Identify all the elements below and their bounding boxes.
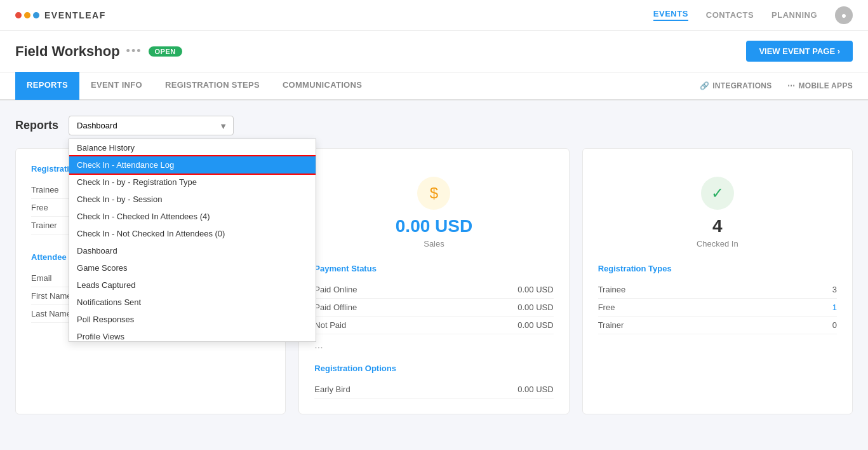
dropdown-menu: Balance History Check In - Attendance Lo…	[69, 139, 316, 342]
reports-title: Reports	[15, 119, 58, 132]
dot-red	[15, 12, 22, 18]
checkedin-label: Checked In	[598, 239, 837, 249]
dot-yellow	[24, 12, 30, 18]
reg-type-count-trainer: 0	[832, 320, 837, 330]
sales-amount: 0.00 USD	[314, 216, 553, 236]
reg-types-title[interactable]: Registration Types	[598, 264, 837, 273]
dropdown-item-checkin-not-checked[interactable]: Check In - Not Checked In Attendees (0)	[69, 225, 316, 242]
dropdown-item-checkin-log[interactable]: Check In - Attendance Log	[69, 156, 316, 174]
open-badge: OPEN	[149, 46, 182, 57]
reg-type-count-free: 1	[832, 303, 837, 312]
grid-icon: ⋅⋅⋅	[787, 81, 796, 90]
logo-area: EVENTLEAF	[15, 10, 106, 20]
link-icon: 🔗	[700, 81, 709, 90]
reg-option-value-early-bird: 0.00 USD	[517, 385, 553, 394]
view-event-button[interactable]: VIEW EVENT PAGE ›	[746, 41, 853, 62]
right-card: ✓ 4 Checked In Registration Types Traine…	[582, 148, 853, 414]
payment-status-title[interactable]: Payment Status	[314, 264, 553, 273]
dropdown-item-checkin-session[interactable]: Check In - by - Session	[69, 191, 316, 208]
reg-type-label-trainer: Trainer	[598, 320, 624, 330]
nav-events[interactable]: EVENTS	[653, 9, 688, 21]
middle-card: $ 0.00 USD Sales Payment Status Paid Onl…	[298, 148, 569, 414]
logo-text: EVENTLEAF	[44, 10, 106, 20]
reg-type-label-free: Free	[598, 303, 615, 312]
dropdown-item-leads[interactable]: Leads Captured	[69, 276, 316, 294]
tab-reports[interactable]: REPORTS	[15, 72, 79, 100]
dropdown-item-checkin-checked[interactable]: Check In - Checked In Attendees (4)	[69, 208, 316, 225]
payment-value-offline: 0.00 USD	[517, 303, 553, 312]
payment-label-online: Paid Online	[314, 285, 357, 294]
sub-nav: REPORTS EVENT INFO REGISTRATION STEPS CO…	[0, 72, 868, 100]
dot-blue	[33, 12, 39, 18]
top-nav-links: EVENTS CONTACTS PLANNING ●	[653, 6, 853, 24]
report-dropdown[interactable]: Dashboard	[69, 116, 234, 135]
dropdown-item-notifications[interactable]: Notifications Sent	[69, 294, 316, 311]
more-options-button[interactable]: •••	[126, 44, 142, 58]
reports-header: Reports Dashboard ▼ Balance History Chec…	[15, 116, 853, 135]
reg-options-title[interactable]: Registration Options	[314, 364, 553, 373]
dropdown-item-game-scores[interactable]: Game Scores	[69, 259, 316, 276]
payment-row-offline: Paid Offline 0.00 USD	[314, 299, 553, 317]
payment-label-offline: Paid Offline	[314, 303, 357, 312]
tab-communications[interactable]: COMMUNICATIONS	[271, 72, 373, 100]
event-title-area: Field Workshop ••• OPEN	[15, 43, 182, 60]
dropdown-item-balance-history[interactable]: Balance History	[69, 139, 316, 156]
event-header: Field Workshop ••• OPEN VIEW EVENT PAGE …	[0, 31, 868, 72]
reg-type-count-trainee: 3	[832, 285, 837, 294]
sub-nav-right: 🔗 INTEGRATIONS ⋅⋅⋅ MOBILE APPS	[700, 81, 853, 90]
reg-type-label-trainee: Trainee	[598, 285, 626, 294]
checkmark-icon: ✓	[701, 177, 734, 210]
sub-nav-tabs: REPORTS EVENT INFO REGISTRATION STEPS CO…	[15, 72, 373, 100]
reg-label-free: Free	[31, 203, 48, 212]
payment-value-notpaid: 0.00 USD	[517, 320, 553, 330]
nav-planning[interactable]: PLANNING	[771, 10, 817, 20]
event-title: Field Workshop	[15, 43, 120, 60]
reg-type-row-free: Free 1	[598, 299, 837, 317]
logo-icon	[15, 12, 39, 18]
report-dropdown-wrapper: Dashboard ▼ Balance History Check In - A…	[69, 116, 234, 135]
attendee-label-firstname: First Name	[31, 291, 72, 301]
reg-label-trainee: Trainee	[31, 185, 59, 194]
main-content: Reports Dashboard ▼ Balance History Chec…	[0, 100, 868, 430]
payment-label-notpaid: Not Paid	[314, 320, 346, 330]
attendee-label-lastname: Last Name	[31, 309, 71, 318]
dropdown-item-profile-views[interactable]: Profile Views	[69, 328, 316, 342]
reg-option-row-early-bird: Early Bird 0.00 USD	[314, 381, 553, 399]
attendee-label-email: Email	[31, 273, 52, 283]
tab-event-info[interactable]: EVENT INFO	[79, 72, 154, 100]
tab-registration-steps[interactable]: REGISTRATION STEPS	[154, 72, 271, 100]
dropdown-item-dashboard[interactable]: Dashboard	[69, 242, 316, 259]
checkedin-count: 4	[598, 216, 837, 236]
dropdown-item-checkin-reg-type[interactable]: Check In - by - Registration Type	[69, 174, 316, 191]
reg-label-trainer: Trainer	[31, 221, 57, 230]
dollar-icon: $	[417, 177, 450, 210]
top-nav: EVENTLEAF EVENTS CONTACTS PLANNING ●	[0, 0, 868, 31]
reg-type-row-trainee: Trainee 3	[598, 281, 837, 299]
reg-type-row-trainer: Trainer 0	[598, 317, 837, 334]
mobile-apps-link[interactable]: ⋅⋅⋅ MOBILE APPS	[787, 81, 853, 90]
integrations-link[interactable]: 🔗 INTEGRATIONS	[700, 81, 772, 90]
payment-row-online: Paid Online 0.00 USD	[314, 281, 553, 299]
user-avatar[interactable]: ●	[835, 6, 853, 24]
payment-row-notpaid: Not Paid 0.00 USD	[314, 317, 553, 334]
payment-value-online: 0.00 USD	[517, 285, 553, 294]
reg-option-label-early-bird: Early Bird	[314, 385, 350, 394]
sales-label: Sales	[314, 239, 553, 249]
nav-contacts[interactable]: CONTACTS	[706, 10, 754, 20]
dropdown-item-poll[interactable]: Poll Responses	[69, 311, 316, 328]
ellipsis: ...	[314, 339, 553, 351]
